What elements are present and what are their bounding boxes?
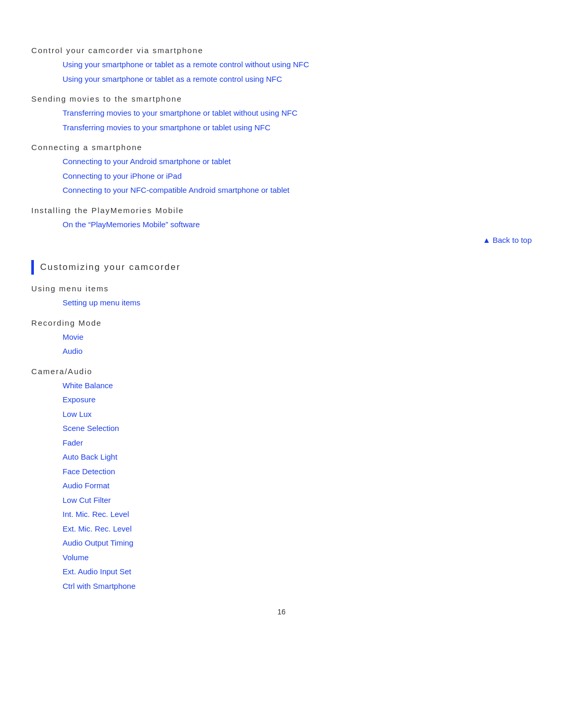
link-white-balance[interactable]: White Balance (63, 380, 532, 392)
section-header-recording-mode: Recording Mode (31, 318, 532, 327)
link-connect-iphone[interactable]: Connecting to your iPhone or iPad (63, 170, 532, 182)
page-container: Control your camcorder via smartphone Us… (0, 21, 563, 632)
link-audio-output-timing[interactable]: Audio Output Timing (63, 537, 532, 549)
link-scene-selection[interactable]: Scene Selection (63, 423, 532, 435)
link-exposure[interactable]: Exposure (63, 394, 532, 406)
link-volume[interactable]: Volume (63, 552, 532, 564)
link-low-lux[interactable]: Low Lux (63, 409, 532, 421)
link-connect-android[interactable]: Connecting to your Android smartphone or… (63, 156, 532, 168)
page-number: 16 (31, 608, 532, 616)
section-header-sending: Sending movies to the smartphone (31, 94, 532, 103)
section-header-control: Control your camcorder via smartphone (31, 46, 532, 55)
link-connect-nfc-android[interactable]: Connecting to your NFC-compatible Androi… (63, 184, 532, 196)
section-header-menu-items: Using menu items (31, 284, 532, 293)
section-header-installing: Installing the PlayMemories Mobile (31, 206, 532, 215)
link-playmemories-software[interactable]: On the “PlayMemories Mobile” software (63, 219, 532, 231)
link-auto-back-light[interactable]: Auto Back Light (63, 451, 532, 463)
link-audio-format[interactable]: Audio Format (63, 480, 532, 492)
customizing-bar-icon (31, 260, 34, 275)
customizing-section: Customizing your camcorder Using menu it… (31, 260, 532, 592)
link-transfer-with-nfc[interactable]: Transferring movies to your smartphone o… (63, 122, 532, 134)
section-control-smartphone: Control your camcorder via smartphone Us… (31, 46, 532, 85)
customizing-header: Customizing your camcorder (31, 260, 532, 275)
subsection-camera-audio: Camera/Audio White Balance Exposure Low … (31, 367, 532, 593)
back-to-top-link[interactable]: Back to top (483, 236, 532, 244)
link-control-without-nfc[interactable]: Using your smartphone or tablet as a rem… (63, 59, 532, 71)
link-ext-mic-rec-level[interactable]: Ext. Mic. Rec. Level (63, 523, 532, 535)
customizing-title: Customizing your camcorder (40, 262, 180, 273)
link-ctrl-with-smartphone[interactable]: Ctrl with Smartphone (63, 581, 532, 593)
section-header-camera-audio: Camera/Audio (31, 367, 532, 376)
link-setting-up-menu[interactable]: Setting up menu items (63, 297, 532, 309)
link-ext-audio-input-set[interactable]: Ext. Audio Input Set (63, 566, 532, 578)
section-header-connecting: Connecting a smartphone (31, 143, 532, 152)
link-fader[interactable]: Fader (63, 437, 532, 449)
section-installing-playmemories: Installing the PlayMemories Mobile On th… (31, 206, 532, 231)
back-to-top-container: Back to top (31, 236, 532, 244)
link-control-with-nfc[interactable]: Using your smartphone or tablet as a rem… (63, 73, 532, 85)
link-movie[interactable]: Movie (63, 331, 532, 343)
link-face-detection[interactable]: Face Detection (63, 466, 532, 478)
link-audio[interactable]: Audio (63, 346, 532, 357)
section-connecting-smartphone: Connecting a smartphone Connecting to yo… (31, 143, 532, 196)
subsection-recording-mode: Recording Mode Movie Audio (31, 318, 532, 357)
link-low-cut-filter[interactable]: Low Cut Filter (63, 495, 532, 507)
link-int-mic-rec-level[interactable]: Int. Mic. Rec. Level (63, 509, 532, 521)
section-sending-movies: Sending movies to the smartphone Transfe… (31, 94, 532, 133)
subsection-using-menu-items: Using menu items Setting up menu items (31, 284, 532, 309)
sections-list: Control your camcorder via smartphone Us… (31, 46, 532, 230)
link-transfer-without-nfc[interactable]: Transferring movies to your smartphone o… (63, 107, 532, 119)
